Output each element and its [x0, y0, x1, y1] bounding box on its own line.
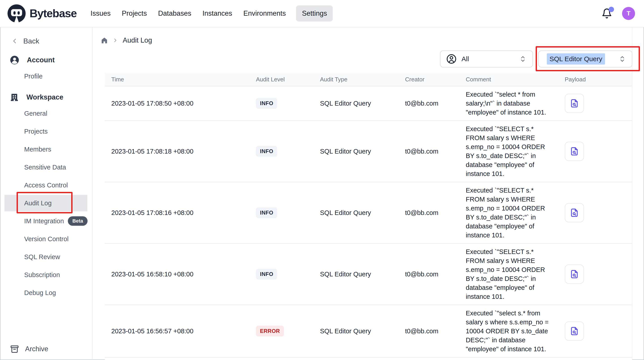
table-row: 2023-01-05 17:08:50 +08:00INFOSQL Editor…: [105, 86, 632, 121]
section-account: Account: [0, 53, 92, 67]
sidebar-item-version-control[interactable]: Version Control: [0, 230, 92, 248]
notifications-button[interactable]: [602, 8, 612, 19]
sidebar-item-sql-review[interactable]: SQL Review: [0, 248, 92, 266]
audit-level-badge: INFO: [256, 269, 277, 280]
sidebar-item-audit-log[interactable]: Audit Log: [0, 194, 92, 212]
bytebase-logo[interactable]: Bytebase: [7, 4, 76, 23]
cell-payload: [558, 142, 632, 161]
nav-item-projects[interactable]: Projects: [121, 5, 148, 22]
view-payload-button[interactable]: [565, 142, 584, 161]
cell-time: 2023-01-05 17:08:50 +08:00: [105, 100, 250, 107]
sidebar-item-sensitive-data[interactable]: Sensitive Data: [0, 158, 92, 176]
sidebar-item-archive[interactable]: Archive: [0, 342, 48, 356]
workspace-items: GeneralProjectsMembersSensitive DataAcce…: [0, 104, 92, 302]
creator-filter-value: All: [462, 55, 469, 63]
back-button[interactable]: Back: [0, 34, 92, 48]
table-row: 2023-01-05 13:32:52 +08:00INFOSQL Editor…: [105, 357, 632, 360]
cell-audit-type: SQL Editor Query: [314, 100, 398, 107]
chevron-up-down-icon: [519, 55, 527, 63]
cell-audit-type: SQL Editor Query: [314, 271, 398, 278]
audit-level-badge: INFO: [256, 207, 277, 218]
section-workspace: Workspace: [0, 90, 92, 104]
view-payload-button[interactable]: [565, 203, 584, 222]
cell-audit-level: INFO: [250, 269, 314, 280]
audit-type-filter-value: SQL Editor Query: [547, 53, 605, 65]
sidebar-item-label: Version Control: [24, 235, 68, 243]
sidebar-item-label: Members: [24, 146, 51, 153]
cell-audit-level: ERROR: [250, 326, 314, 336]
bytebase-audit-log-page: { "nav": { "logo_text": "Bytebase", "ite…: [0, 0, 644, 360]
sidebar-item-debug-log[interactable]: Debug Log: [0, 284, 92, 302]
nav-item-instances[interactable]: Instances: [202, 5, 233, 22]
cell-payload: [558, 321, 632, 341]
file-search-icon: [570, 269, 579, 279]
section-title-account: Account: [27, 56, 55, 64]
cell-comment: Executed `"show GRANTS;"` in database "e…: [459, 357, 558, 360]
cell-comment: Executed `"select s.* from salary s wher…: [459, 305, 558, 357]
user-circle-icon: [446, 54, 456, 64]
table-body: 2023-01-05 17:08:50 +08:00INFOSQL Editor…: [105, 86, 632, 360]
view-payload-button[interactable]: [565, 265, 584, 284]
cell-audit-type: SQL Editor Query: [314, 148, 398, 155]
building-icon: [10, 92, 19, 102]
back-label: Back: [23, 37, 39, 45]
creator-filter-select[interactable]: All: [440, 50, 533, 68]
table-row: 2023-01-05 16:56:57 +08:00ERRORSQL Edito…: [105, 305, 632, 357]
cell-comment: Executed `"SELECT s.* FROM salary s WHER…: [459, 121, 558, 182]
cell-creator: t0@bb.com: [398, 100, 459, 107]
column-header-payload: Payload: [558, 76, 632, 83]
sidebar-item-general[interactable]: General: [0, 104, 92, 122]
account-items: Profile: [0, 67, 92, 85]
cell-payload: [558, 94, 632, 113]
cell-time: 2023-01-05 17:08:16 +08:00: [105, 209, 250, 217]
column-header-audit-type: Audit Type: [314, 76, 398, 83]
audit-type-filter-select[interactable]: SQL Editor Query: [538, 50, 632, 68]
cell-time: 2023-01-05 16:58:10 +08:00: [105, 271, 250, 278]
archive-icon: [10, 344, 19, 354]
chevron-up-down-icon: [618, 55, 626, 63]
bytebase-logo-icon: [7, 4, 26, 23]
home-icon[interactable]: [101, 37, 108, 44]
sidebar-item-label: Projects: [24, 128, 48, 135]
cell-time: 2023-01-05 17:08:18 +08:00: [105, 148, 250, 155]
file-search-icon: [570, 326, 579, 336]
cell-audit-type: SQL Editor Query: [314, 327, 398, 335]
audit-level-badge: INFO: [256, 146, 277, 157]
view-payload-button[interactable]: [565, 94, 584, 113]
cell-creator: t0@bb.com: [398, 327, 459, 335]
nav-item-settings[interactable]: Settings: [296, 5, 333, 22]
sidebar-item-members[interactable]: Members: [0, 140, 92, 158]
sidebar-item-projects[interactable]: Projects: [0, 122, 92, 140]
settings-sidebar: Back Account Profile: [0, 27, 92, 360]
cell-time: 2023-01-05 16:56:57 +08:00: [105, 327, 250, 335]
avatar[interactable]: T: [622, 7, 635, 20]
cell-payload: [558, 203, 632, 222]
sidebar-item-label: IM Integration: [24, 218, 64, 225]
nav-item-issues[interactable]: Issues: [90, 5, 112, 22]
file-search-icon: [570, 208, 579, 218]
column-header-time: Time: [105, 76, 250, 83]
main-nav-menu: IssuesProjectsDatabasesInstancesEnvironm…: [90, 5, 333, 22]
sidebar-item-im-integration[interactable]: IM IntegrationBeta: [0, 212, 92, 230]
notification-dot: [608, 7, 614, 12]
cell-comment: Executed `"SELECT s.* FROM salary s WHER…: [459, 244, 558, 305]
view-payload-button[interactable]: [565, 321, 584, 341]
audit-level-badge: ERROR: [256, 326, 284, 336]
sidebar-item-access-control[interactable]: Access Control: [0, 176, 92, 194]
page-title: Audit Log: [123, 36, 152, 44]
sidebar-item-profile[interactable]: Profile: [0, 67, 92, 85]
sidebar-item-label: SQL Review: [24, 253, 60, 261]
sidebar-item-label: Sensitive Data: [24, 164, 66, 171]
table-row: 2023-01-05 17:08:16 +08:00INFOSQL Editor…: [105, 182, 632, 244]
nav-item-environments[interactable]: Environments: [242, 5, 287, 22]
cell-creator: t0@bb.com: [398, 209, 459, 217]
sidebar-item-subscription[interactable]: Subscription: [0, 266, 92, 284]
column-header-comment: Comment: [459, 76, 558, 83]
audit-log-table: TimeAudit LevelAudit TypeCreatorCommentP…: [105, 73, 632, 360]
top-nav: Bytebase IssuesProjectsDatabasesInstance…: [0, 0, 644, 27]
audit-level-badge: INFO: [256, 98, 277, 109]
sidebar-item-label: Subscription: [24, 271, 60, 279]
nav-item-databases[interactable]: Databases: [157, 5, 192, 22]
chevron-left-icon: [11, 37, 18, 45]
cell-audit-level: INFO: [250, 98, 314, 109]
